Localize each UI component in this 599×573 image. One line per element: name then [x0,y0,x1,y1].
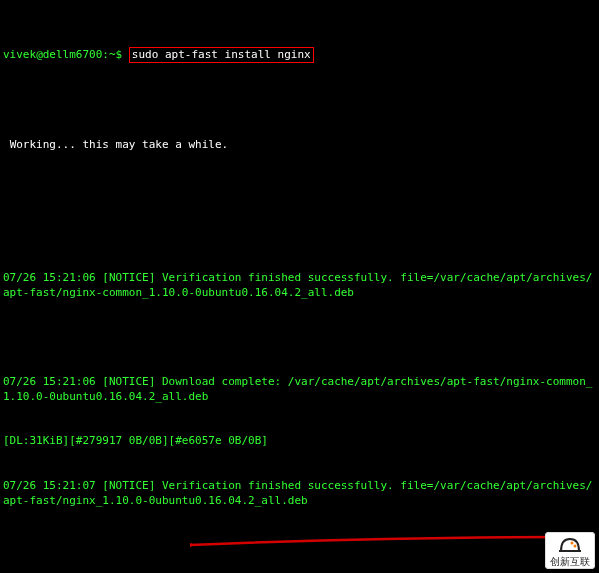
blank-line [3,538,596,553]
svg-point-3 [574,545,577,548]
command-highlight: sudo apt-fast install nginx [129,47,314,64]
watermark-text: 创新互联 [550,557,590,567]
blank-line [3,182,596,197]
svg-point-2 [571,542,574,545]
log-line: 07/26 15:21:06 [NOTICE] Verification fin… [3,271,596,301]
prompt-host: dellm6700 [43,48,103,61]
blank-line [3,331,596,346]
watermark-logo: 创新互联 [545,532,595,569]
blank-line [3,93,596,108]
log-line: [DL:31KiB][#279917 0B/0B][#e6057e 0B/0B] [3,434,596,449]
prompt-user: vivek [3,48,36,61]
blank-line [3,227,596,242]
log-line: 07/26 15:21:07 [NOTICE] Verification fin… [3,479,596,509]
prompt-at: @ [36,48,43,61]
terminal[interactable]: vivek@dellm6700:~$ sudo apt-fast install… [0,0,599,573]
prompt-path: :~$ [102,48,129,61]
logo-icon [557,535,583,555]
log-line: 07/26 15:21:06 [NOTICE] Download complet… [3,375,596,405]
working-line: Working... this may take a while. [3,138,596,153]
prompt-line: vivek@dellm6700:~$ sudo apt-fast install… [3,32,596,64]
